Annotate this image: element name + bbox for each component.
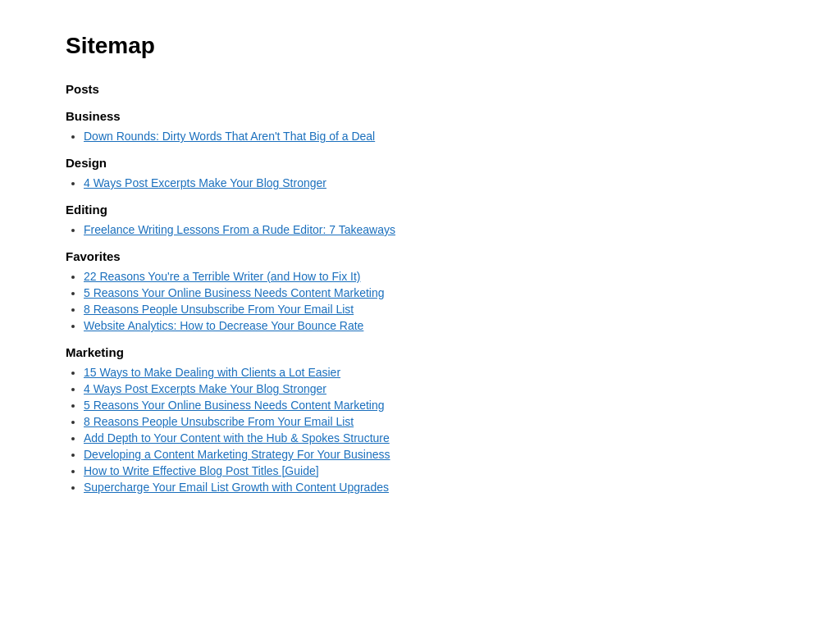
post-link[interactable]: 8 Reasons People Unsubscribe From Your E… <box>84 415 354 428</box>
post-link[interactable]: Down Rounds: Dirty Words That Aren't Tha… <box>84 130 375 143</box>
link-list-marketing: 15 Ways to Make Dealing with Clients a L… <box>66 366 774 494</box>
post-link[interactable]: Website Analytics: How to Decrease Your … <box>84 319 363 332</box>
category-editing: EditingFreelance Writing Lessons From a … <box>66 203 774 236</box>
post-link[interactable]: 22 Reasons You're a Terrible Writer (and… <box>84 270 361 283</box>
link-list-editing: Freelance Writing Lessons From a Rude Ed… <box>66 223 774 236</box>
list-item: 5 Reasons Your Online Business Needs Con… <box>84 286 774 299</box>
category-title-editing: Editing <box>66 203 774 217</box>
category-marketing: Marketing15 Ways to Make Dealing with Cl… <box>66 345 774 494</box>
list-item: 4 Ways Post Excerpts Make Your Blog Stro… <box>84 176 774 189</box>
post-link[interactable]: How to Write Effective Blog Post Titles … <box>84 464 319 477</box>
list-item: 8 Reasons People Unsubscribe From Your E… <box>84 303 774 316</box>
list-item: Supercharge Your Email List Growth with … <box>84 481 774 494</box>
category-title-marketing: Marketing <box>66 345 774 359</box>
category-design: Design4 Ways Post Excerpts Make Your Blo… <box>66 156 774 189</box>
category-business: BusinessDown Rounds: Dirty Words That Ar… <box>66 109 774 143</box>
list-item: 5 Reasons Your Online Business Needs Con… <box>84 399 774 412</box>
page-title: Sitemap <box>66 33 774 59</box>
list-item: 15 Ways to Make Dealing with Clients a L… <box>84 366 774 379</box>
list-item: 8 Reasons People Unsubscribe From Your E… <box>84 415 774 428</box>
post-link[interactable]: Developing a Content Marketing Strategy … <box>84 448 390 461</box>
post-link[interactable]: Add Depth to Your Content with the Hub &… <box>84 431 390 445</box>
category-title-design: Design <box>66 156 774 170</box>
post-link[interactable]: 4 Ways Post Excerpts Make Your Blog Stro… <box>84 176 326 189</box>
category-title-business: Business <box>66 109 774 123</box>
link-list-business: Down Rounds: Dirty Words That Aren't Tha… <box>66 130 774 143</box>
list-item: 4 Ways Post Excerpts Make Your Blog Stro… <box>84 382 774 395</box>
category-favorites: Favorites22 Reasons You're a Terrible Wr… <box>66 249 774 332</box>
post-link[interactable]: Supercharge Your Email List Growth with … <box>84 481 389 494</box>
list-item: Add Depth to Your Content with the Hub &… <box>84 431 774 445</box>
post-link[interactable]: Freelance Writing Lessons From a Rude Ed… <box>84 223 395 236</box>
list-item: Freelance Writing Lessons From a Rude Ed… <box>84 223 774 236</box>
list-item: Developing a Content Marketing Strategy … <box>84 448 774 461</box>
posts-label: Posts <box>66 82 774 96</box>
list-item: How to Write Effective Blog Post Titles … <box>84 464 774 477</box>
list-item: Website Analytics: How to Decrease Your … <box>84 319 774 332</box>
post-link[interactable]: 5 Reasons Your Online Business Needs Con… <box>84 399 385 412</box>
post-link[interactable]: 8 Reasons People Unsubscribe From Your E… <box>84 303 354 316</box>
posts-section: Posts BusinessDown Rounds: Dirty Words T… <box>66 82 774 494</box>
categories-container: BusinessDown Rounds: Dirty Words That Ar… <box>66 109 774 494</box>
list-item: 22 Reasons You're a Terrible Writer (and… <box>84 270 774 283</box>
post-link[interactable]: 5 Reasons Your Online Business Needs Con… <box>84 286 385 299</box>
link-list-favorites: 22 Reasons You're a Terrible Writer (and… <box>66 270 774 332</box>
link-list-design: 4 Ways Post Excerpts Make Your Blog Stro… <box>66 176 774 189</box>
post-link[interactable]: 15 Ways to Make Dealing with Clients a L… <box>84 366 340 379</box>
category-title-favorites: Favorites <box>66 249 774 263</box>
list-item: Down Rounds: Dirty Words That Aren't Tha… <box>84 130 774 143</box>
post-link[interactable]: 4 Ways Post Excerpts Make Your Blog Stro… <box>84 382 326 395</box>
